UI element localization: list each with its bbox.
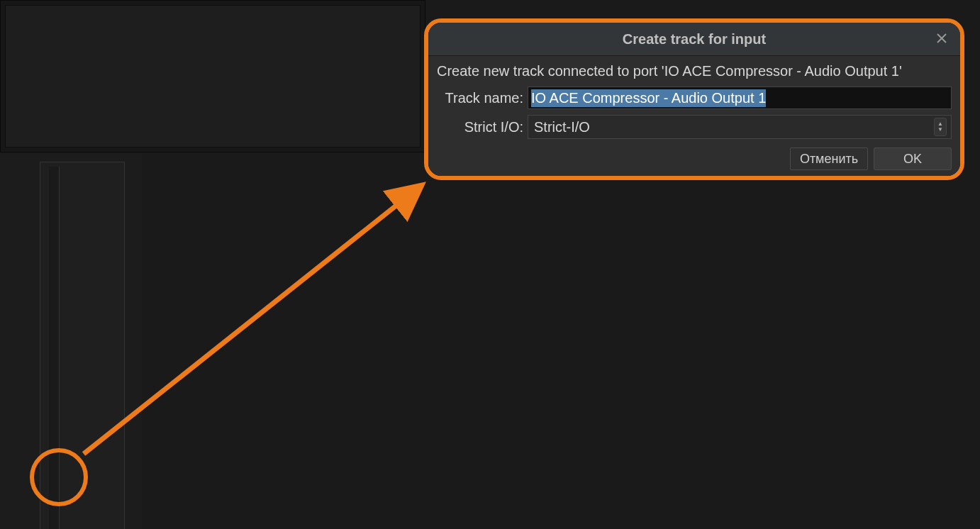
cancel-button-label: Отменить	[800, 152, 858, 167]
create-track-dialog: Create track for input Create new track …	[428, 23, 960, 176]
strict-io-row: Strict I/O: Strict-I/O ▲▼	[437, 115, 952, 139]
ok-button-label: OK	[903, 152, 922, 167]
ok-button[interactable]: OK	[874, 147, 952, 170]
track-name-value: IO ACE Compressor - Audio Output 1	[531, 89, 766, 107]
dialog-annotation-outline: Create track for input Create new track …	[424, 18, 964, 180]
chevron-updown-icon: ▲▼	[934, 118, 947, 136]
track-name-label: Track name:	[437, 90, 528, 106]
dialog-title: Create track for input	[428, 31, 960, 48]
editor-panel	[0, 0, 425, 152]
channel-strip-area: I/O Plugin Audio 1 (none) + PFL IO A…put…	[0, 155, 142, 529]
dialog-body: Create new track connected to port 'IO A…	[428, 56, 960, 176]
dialog-button-row: Отменить OK	[437, 145, 952, 170]
cancel-button[interactable]: Отменить	[790, 147, 868, 170]
dialog-titlebar[interactable]: Create track for input	[428, 23, 960, 56]
strict-io-label: Strict I/O:	[437, 119, 528, 135]
strict-io-value: Strict-I/O	[534, 119, 590, 135]
editor-inner	[5, 5, 421, 147]
channel-meter	[40, 162, 125, 529]
track-name-input[interactable]: IO ACE Compressor - Audio Output 1	[528, 87, 952, 109]
close-icon[interactable]	[932, 28, 952, 48]
track-name-row: Track name: IO ACE Compressor - Audio Ou…	[437, 87, 952, 109]
meter-strip	[49, 167, 60, 529]
strict-io-select[interactable]: Strict-I/O ▲▼	[528, 115, 952, 139]
dialog-description: Create new track connected to port 'IO A…	[437, 63, 952, 79]
